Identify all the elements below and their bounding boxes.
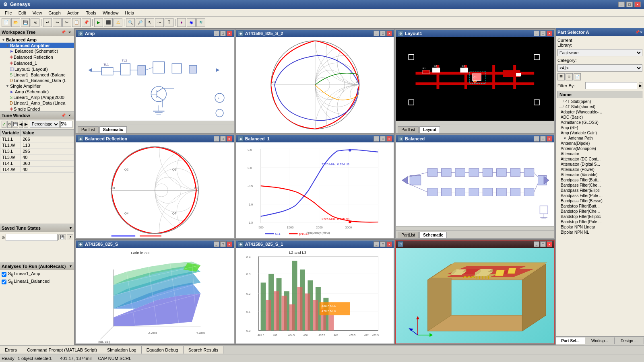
win-br-minimize[interactable]: _ — [214, 136, 219, 142]
tune-prev[interactable]: ◀ — [19, 121, 23, 128]
part-att-dig[interactable]: Attenuator (Digital S... — [557, 162, 642, 167]
filter-go-btn[interactable]: ▶ — [639, 82, 642, 89]
win-b1-minimize[interactable]: _ — [374, 136, 379, 142]
right-tab-design[interactable]: Design ... — [615, 337, 644, 344]
part-bpf-cheb[interactable]: Bandpass Filter(Che... — [557, 183, 642, 188]
win-b1-close[interactable]: × — [386, 136, 392, 142]
win-br-close[interactable]: × — [227, 136, 232, 142]
tb-paste[interactable]: 📌 — [82, 18, 91, 27]
tree-item-balanced-amp[interactable]: ▼ Balanced Amp — [0, 37, 74, 43]
tree-item-linear1-amp-data[interactable]: D Linear1_Amp_Data (Linea — [0, 100, 74, 106]
win-amp-minimize[interactable]: _ — [214, 31, 219, 36]
right-tab-worksp[interactable]: Worksp... — [585, 337, 615, 344]
part-antenna-dipole[interactable]: Antenna(Dipole) — [557, 141, 642, 146]
right-tab-part-sel[interactable]: Part Sel... — [556, 337, 585, 344]
tune-val-input[interactable] — [23, 161, 72, 166]
win-at41586-s-minimize[interactable]: _ — [214, 241, 219, 247]
tune-val-input[interactable] — [23, 143, 72, 148]
part-bjt-npn-nl[interactable]: Bipolar NPN NL — [557, 230, 642, 235]
close-button[interactable]: × — [634, 2, 641, 7]
menu-window[interactable]: Window — [99, 10, 122, 16]
part-bjt-npn-lin[interactable]: Bipolar NPN Linear — [557, 224, 642, 230]
title-bar-controls[interactable]: _ □ × — [618, 2, 641, 7]
part-att-var[interactable]: Attenuator (Variable) — [557, 172, 642, 177]
filter-input[interactable] — [585, 82, 637, 89]
part-antenna-path[interactable]: ▼ Antenna Path — [557, 136, 642, 141]
tune-reset[interactable]: ↺ — [7, 121, 12, 128]
part-bsf-ell[interactable]: Bandstop Filter(Elliptic — [557, 214, 642, 219]
tb-cut[interactable]: ✂ — [62, 18, 71, 27]
tune-val-cell[interactable] — [21, 142, 74, 148]
win-balanced-controls[interactable]: _ □ × — [534, 136, 552, 142]
menu-help[interactable]: Help — [122, 10, 137, 16]
saved-tune-input[interactable] — [6, 234, 58, 241]
part-icon-2[interactable]: ⊙ — [566, 73, 573, 80]
tune-window-controls[interactable]: 📌 × — [60, 113, 72, 118]
part-4t-open[interactable]: —/ 4T Stub(open) — [557, 99, 642, 104]
part-bpf-pole[interactable]: Bandpass Filter(Pole ... — [557, 193, 642, 198]
part-amp-rf[interactable]: Amp (RF) — [557, 125, 642, 130]
right-panel-close[interactable]: × — [640, 30, 642, 34]
tb-save[interactable]: 💾 — [21, 18, 30, 27]
win-layout1-minimize[interactable]: _ — [534, 31, 539, 36]
part-bpf-butt[interactable]: Bandpass Filter(Butt... — [557, 177, 642, 183]
part-4t-short[interactable]: —/ 4T Stub(shorted) — [557, 104, 642, 109]
win-3d-layout-controls[interactable]: _ □ × — [534, 241, 552, 247]
win-amp-tab-schematic[interactable]: Schematic — [99, 126, 127, 133]
win-at41586-s1-close[interactable]: × — [386, 241, 392, 247]
bottom-tab-eq-debug[interactable]: Equation Debug — [142, 346, 184, 354]
win-at41586-s2-minimize[interactable]: _ — [374, 31, 379, 36]
tune-val-cell[interactable] — [21, 148, 74, 154]
tune-close-icon[interactable]: × — [67, 113, 72, 118]
win-b1-controls[interactable]: _ □ × — [374, 136, 392, 142]
tune-val-cell[interactable] — [21, 154, 74, 160]
win-balanced-close[interactable]: × — [547, 136, 552, 142]
minimize-button[interactable]: _ — [618, 2, 625, 7]
win-layout1-close[interactable]: × — [547, 31, 552, 36]
win-br-controls[interactable]: _ □ × — [214, 136, 232, 142]
tune-val-cell[interactable] — [21, 167, 74, 173]
menu-view[interactable]: View — [29, 10, 45, 16]
saved-tune-restore-btn[interactable]: ↺ — [67, 234, 73, 240]
tune-ok[interactable]: ✓ — [2, 121, 6, 128]
tree-item-layout1[interactable]: ◫ Layout1 (Layout) — [0, 66, 74, 72]
part-attenuator[interactable]: Attenuator — [557, 151, 642, 156]
tb-run[interactable]: ▶ — [94, 18, 103, 27]
win-layout1-tab-partlist[interactable]: PartList — [398, 126, 419, 133]
wt-close[interactable]: × — [67, 29, 72, 35]
tune-percent-input[interactable] — [60, 121, 72, 128]
tune-val-cell[interactable] — [21, 136, 74, 142]
win-3d-layout-close[interactable]: × — [547, 241, 552, 247]
library-select[interactable]: Eagleware — [557, 49, 642, 56]
tb-warn[interactable]: ⚠ — [114, 18, 122, 27]
tb-pointer[interactable]: ↖ — [145, 18, 154, 27]
analysis-check-1[interactable] — [2, 280, 6, 284]
part-bsf-cheb[interactable]: Bandstop Filter(Che... — [557, 209, 642, 214]
win-at41586-s2-close[interactable]: × — [386, 31, 392, 36]
part-att-pwr[interactable]: Attenuator (Power) — [557, 167, 642, 172]
tb-sweep[interactable]: ≋ — [196, 18, 205, 27]
win-amp-maximize[interactable]: □ — [220, 31, 226, 36]
right-panel-controls[interactable]: 📌 × — [635, 30, 642, 34]
right-panel-pin[interactable]: 📌 — [635, 30, 640, 34]
win-balanced-minimize[interactable]: _ — [534, 136, 539, 142]
tune-next[interactable]: ▶ — [24, 121, 28, 128]
tree-item-single-ended[interactable]: ◈ Single Ended — [0, 106, 74, 111]
win-at41586-s1-controls[interactable]: _ □ × — [374, 241, 392, 247]
part-icon-3[interactable]: 📄 — [574, 73, 581, 80]
win-amp-controls[interactable]: _ □ × — [214, 31, 232, 36]
win-b1-maximize[interactable]: □ — [380, 136, 386, 142]
part-amp-vg[interactable]: Amp (Variable Gain) — [557, 130, 642, 136]
tb-zoom-out[interactable]: 🔎 — [136, 18, 144, 27]
win-amp-close[interactable]: × — [227, 31, 232, 36]
tb-zoom-in[interactable]: 🔍 — [126, 18, 135, 27]
analysis-check-0[interactable] — [2, 272, 6, 277]
tree-item-balanced-1[interactable]: ◈ Balanced_1 — [0, 60, 74, 66]
tb-undo[interactable]: ↩ — [43, 18, 52, 27]
menu-file[interactable]: File — [2, 10, 15, 16]
win-amp-scrollbar-h[interactable] — [76, 121, 234, 125]
tb-redo[interactable]: ↪ — [53, 18, 62, 27]
tune-save[interactable]: 💾 — [12, 121, 18, 128]
tb-text[interactable]: T — [165, 18, 173, 27]
win-3d-layout-minimize[interactable]: _ — [534, 241, 539, 247]
